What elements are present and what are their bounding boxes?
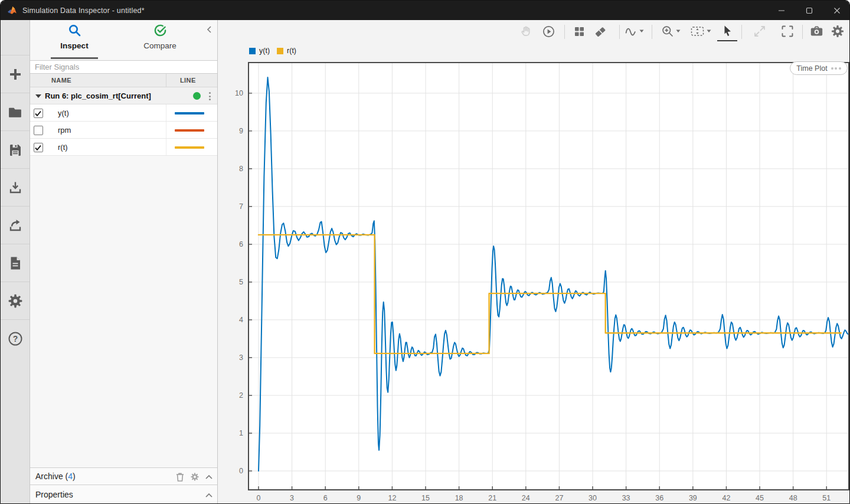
signal-line-swatch[interactable] (175, 146, 204, 149)
time-plot-chart[interactable]: 0369121518212427303336394245485101234567… (218, 43, 850, 504)
y-tick-label: 2 (239, 391, 243, 400)
checkmark-icon (34, 110, 42, 117)
x-tick-label: 45 (756, 494, 764, 502)
archive-collapse-chevron-icon[interactable] (205, 473, 213, 480)
signal-name: rpm (58, 126, 71, 135)
layout-grid-button[interactable] (570, 22, 589, 40)
y-tick-label: 0 (239, 467, 243, 475)
replay-icon (542, 25, 555, 38)
help-button[interactable]: ? (1, 319, 30, 358)
select-cursor-button[interactable] (717, 22, 737, 41)
create-report-button[interactable] (1, 244, 30, 282)
folder-icon (8, 105, 22, 120)
signal-row[interactable]: y(t) (30, 104, 217, 122)
settings-gear-icon (831, 24, 845, 38)
toolbar-divider (652, 25, 652, 39)
left-icon-strip: ? (1, 20, 30, 504)
x-tick-label: 18 (455, 494, 463, 502)
save-button[interactable] (1, 130, 30, 169)
run-status-dot (193, 92, 201, 100)
pan-hand-icon (519, 25, 532, 38)
signal-row[interactable]: r(t) (30, 139, 217, 156)
open-button[interactable] (1, 93, 30, 131)
properties-label: Properties (35, 490, 73, 499)
search-icon (68, 24, 81, 37)
tab-inspect[interactable]: Inspect (30, 24, 119, 50)
y-tick-label: 5 (239, 278, 243, 286)
replay-button[interactable] (539, 22, 558, 40)
signal-line-swatch[interactable] (175, 129, 204, 132)
signal-trace-icon (625, 25, 638, 38)
signal-trace-button[interactable] (624, 22, 638, 40)
pan-hand-button[interactable] (516, 22, 535, 40)
x-tick-label: 21 (488, 494, 496, 502)
fit-to-view-icon (690, 25, 705, 38)
signal-trace-dropdown-caret-icon[interactable] (639, 30, 644, 33)
archive-gear-icon[interactable] (190, 472, 200, 482)
close-icon (833, 7, 841, 14)
x-tick-label: 0 (257, 494, 261, 502)
save-icon (8, 143, 22, 157)
import-button[interactable] (1, 168, 30, 207)
x-tick-label: 30 (589, 494, 597, 502)
checkmark-icon (34, 144, 42, 152)
y-tick-label: 1 (239, 429, 243, 437)
run-row[interactable]: Run 6: plc_cosim_rt[Current] (30, 87, 217, 104)
minimize-button[interactable] (767, 1, 795, 20)
trash-icon[interactable] (175, 472, 185, 482)
time-plot-badge[interactable]: Time Plot (790, 61, 848, 75)
close-button[interactable] (823, 1, 850, 20)
svg-text:?: ? (12, 334, 18, 343)
document-icon (9, 256, 22, 270)
preferences-button[interactable] (1, 282, 30, 320)
expand-button[interactable] (750, 22, 769, 40)
signal-checkbox[interactable] (34, 109, 43, 118)
zoom-dropdown-caret-icon[interactable] (676, 30, 681, 33)
add-button[interactable] (1, 55, 30, 93)
signal-panel: Inspect Compare NAME LINE Run 6: plc (30, 20, 218, 504)
signal-row[interactable]: rpm (30, 122, 217, 139)
archive-bar[interactable]: Archive (4) (30, 467, 217, 485)
y-tick-label: 9 (239, 127, 243, 135)
fit-dropdown-caret-icon[interactable] (707, 30, 711, 33)
plot-settings-button[interactable] (828, 22, 847, 40)
compare-check-icon (153, 24, 167, 37)
signal-list: y(t)rpmr(t) (30, 104, 217, 156)
maximize-button[interactable] (795, 1, 823, 20)
x-tick-label: 24 (522, 494, 530, 502)
tab-bar: Inspect Compare (30, 20, 217, 60)
x-tick-label: 42 (722, 494, 730, 502)
x-tick-label: 9 (357, 494, 361, 502)
table-header: NAME LINE (30, 74, 217, 87)
tab-compare-label: Compare (116, 41, 204, 50)
toolbar-divider (619, 25, 620, 39)
zoom-in-button[interactable] (661, 22, 675, 40)
export-button[interactable] (1, 206, 30, 244)
fullscreen-brackets-icon (781, 25, 794, 38)
y-tick-label: 10 (235, 89, 243, 97)
column-line: LINE (180, 77, 196, 84)
snapshot-camera-button[interactable] (807, 22, 826, 40)
eraser-button[interactable] (591, 22, 610, 40)
collapse-panel-chevron-icon[interactable] (205, 25, 214, 34)
signal-checkbox[interactable] (34, 143, 43, 152)
maximize-icon (806, 7, 813, 14)
signal-checkbox[interactable] (34, 126, 43, 135)
x-tick-label: 3 (290, 494, 294, 502)
tab-compare[interactable]: Compare (116, 24, 204, 50)
expand-arrows-icon (753, 25, 766, 38)
fullscreen-button[interactable] (778, 22, 797, 40)
archive-count: 4 (68, 472, 73, 481)
x-tick-label: 6 (323, 494, 328, 502)
properties-bar[interactable]: Properties (30, 485, 217, 504)
filter-signals-input[interactable] (30, 61, 217, 73)
x-tick-label: 27 (555, 494, 563, 502)
fit-to-view-button[interactable] (689, 22, 705, 40)
run-expander-triangle-icon[interactable] (35, 94, 41, 98)
minimize-icon (778, 7, 785, 14)
x-tick-label: 48 (789, 494, 797, 502)
properties-collapse-chevron-icon[interactable] (205, 492, 213, 499)
time-plot-badge-label: Time Plot (796, 64, 827, 73)
signal-line-swatch[interactable] (175, 112, 204, 114)
run-menu-kebab-icon[interactable] (205, 90, 214, 102)
